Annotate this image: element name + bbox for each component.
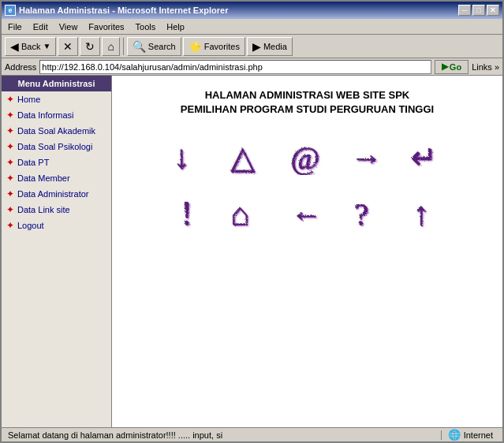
sidebar-star-icon: ✦ [6,94,14,105]
refresh-icon: ↻ [85,40,95,53]
svg-text:↑: ↑ [413,196,430,232]
sidebar: Menu Administrasi ✦ Home ✦ Data Informas… [2,76,112,427]
refresh-button[interactable]: ↻ [80,37,100,56]
page-title: HALAMAN ADMINISTRASI WEB SITE SPK PEMILI… [181,88,434,117]
home-button[interactable]: ⌂ [102,37,119,56]
sidebar-star-icon: ✦ [6,204,14,215]
title-bar-left: e Halaman Administrasi - Microsoft Inter… [5,5,228,16]
sidebar-item-label: Data PT [17,158,49,167]
go-button[interactable]: ▶ Go [435,60,469,74]
sidebar-star-icon: ✦ [6,141,14,152]
icon-right-arrow: → [345,132,390,177]
page-title-line1: HALAMAN ADMINISTRASI WEB SITE SPK [181,88,434,102]
menu-favorites[interactable]: Favorites [84,20,129,33]
icon-question: ? [345,189,390,233]
sidebar-star-icon: ✦ [6,125,14,136]
icon-up-arrow: ↑ [405,189,450,233]
sidebar-item-data-informasi[interactable]: ✦ Data Informasi [2,107,111,123]
sidebar-item-soal-psikologi[interactable]: ✦ Data Soal Psikologi [2,139,111,154]
media-button[interactable]: ▶ Media [247,37,293,56]
svg-text:↵: ↵ [411,140,438,175]
close-button[interactable]: ✕ [487,5,499,16]
icon-row-2: ! ⌂ ← [166,189,450,233]
back-dropdown-icon: ▼ [43,42,50,50]
address-input-wrap [39,60,431,74]
window-title: Halaman Administrasi - Microsoft Interne… [19,6,228,15]
minimize-button[interactable]: ─ [458,5,471,16]
status-bar: Selamat datang di halaman administrator!… [2,427,502,441]
icon-grid: ↓ △ @ [166,132,450,233]
sidebar-title: Menu Administrasi [2,76,111,91]
sidebar-star-icon: ✦ [6,110,14,121]
zone-label: Internet [464,430,493,440]
status-text: Selamat datang di halaman administrator!… [5,430,442,440]
sidebar-item-home[interactable]: ✦ Home [2,91,111,107]
back-label: Back [21,42,40,51]
sidebar-item-logout[interactable]: ✦ Logout [2,218,111,233]
title-bar: e Halaman Administrasi - Microsoft Inter… [2,2,502,19]
back-icon: ◀ [10,40,19,53]
content-area: HALAMAN ADMINISTRASI WEB SITE SPK PEMILI… [112,76,502,427]
icon-exclamation: ! [166,189,210,233]
sidebar-star-icon: ✦ [6,188,14,199]
search-label: Search [148,42,176,51]
svg-text:⌂: ⌂ [231,197,250,232]
sidebar-item-data-link-site[interactable]: ✦ Data Link site [2,202,111,218]
menu-tools[interactable]: Tools [131,20,161,33]
sidebar-item-data-pt[interactable]: ✦ Data PT [2,154,111,170]
svg-text:!: ! [181,195,193,232]
sidebar-item-soal-akademik[interactable]: ✦ Data Soal Akademik [2,123,111,139]
browser-window: e Halaman Administrasi - Microsoft Inter… [0,0,504,443]
sidebar-item-label: Data Link site [17,205,70,214]
stop-button[interactable]: ✕ [58,37,78,56]
search-icon: 🔍 [133,40,146,53]
icon-triangle: △ [226,132,270,177]
sidebar-item-data-member[interactable]: ✦ Data Member [2,170,111,186]
sidebar-item-label: Logout [17,221,44,230]
svg-text:→: → [351,140,383,175]
menu-edit[interactable]: Edit [28,20,53,33]
menu-view[interactable]: View [54,20,83,33]
page-title-line2: PEMILIHAN PROGRAM STUDI PERGURUAN TINGGI [181,102,434,117]
sidebar-item-label: Data Soal Psikologi [17,142,92,151]
favorites-label: Favorites [204,42,240,51]
icon-down-arrow: ↓ [166,132,210,177]
toolbar: ◀ Back ▼ ✕ ↻ ⌂ 🔍 Search ⭐ Favorites ▶ Me… [2,35,502,58]
sidebar-star-icon: ✦ [6,220,14,231]
back-button[interactable]: ◀ Back ▼ [5,37,56,56]
links-button[interactable]: Links » [472,62,499,72]
sidebar-item-label: Data Member [17,173,70,183]
svg-text:?: ? [355,197,369,232]
icon-at: @ [286,132,330,177]
media-label: Media [263,42,287,51]
sidebar-item-label: Data Administrator [17,189,88,199]
sidebar-item-data-administrator[interactable]: ✦ Data Administrator [2,186,111,202]
svg-text:↓: ↓ [174,140,190,175]
title-bar-buttons: ─ □ ✕ [458,5,499,16]
icon-return-arrow: ↵ [405,132,450,177]
toolbar-separator-1 [123,38,124,55]
favorites-button[interactable]: ⭐ Favorites [183,37,245,56]
sidebar-item-label: Data Informasi [17,110,74,120]
ie-icon: e [5,5,16,16]
go-label: Go [450,62,461,72]
address-label: Address [5,62,36,72]
icon-left-arrow: ← [286,189,330,233]
media-icon: ▶ [252,40,261,53]
address-bar: Address ▶ Go Links » [2,58,502,76]
icon-house: ⌂ [226,189,270,233]
maximize-button[interactable]: □ [472,5,485,16]
svg-text:@: @ [291,140,320,175]
search-button[interactable]: 🔍 Search [127,37,181,56]
svg-text:←: ← [291,197,323,232]
svg-text:△: △ [231,140,256,175]
sidebar-item-label: Home [17,95,40,104]
menu-file[interactable]: File [3,20,27,33]
icon-row-1: ↓ △ @ [166,132,450,177]
internet-icon: 🌐 [448,429,461,441]
favorites-icon: ⭐ [189,40,202,53]
menu-help[interactable]: Help [162,20,189,33]
sidebar-star-icon: ✦ [6,173,14,184]
menu-bar: File Edit View Favorites Tools Help [2,19,502,35]
address-input[interactable] [42,62,429,72]
